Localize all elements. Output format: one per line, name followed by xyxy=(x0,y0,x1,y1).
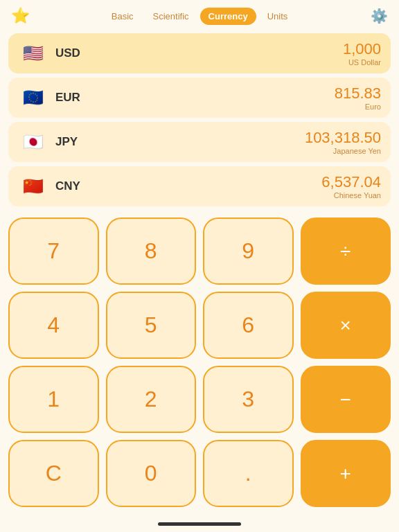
tab-currency[interactable]: Currency xyxy=(200,8,256,25)
key-op[interactable]: . xyxy=(203,440,294,507)
currency-name-usd: US Dollar xyxy=(343,58,381,66)
currency-value-cny: 6,537.04 xyxy=(321,173,381,191)
currency-name-cny: Chinese Yuan xyxy=(321,191,381,200)
keypad: 789÷456×123−C0.+ xyxy=(0,211,399,518)
key-8[interactable]: 8 xyxy=(106,218,197,285)
key-7[interactable]: 7 xyxy=(8,218,99,285)
key-9[interactable]: 9 xyxy=(203,218,294,285)
settings-icon[interactable]: ⚙️ xyxy=(363,8,388,24)
flag-eur: 🇪🇺 xyxy=(18,87,48,108)
key-1[interactable]: 1 xyxy=(8,366,99,433)
key-C[interactable]: C xyxy=(8,440,99,507)
currency-row-jpy[interactable]: 🇯🇵 JPY 103,318.50 Japanese Yen xyxy=(8,122,391,162)
currency-left-usd: 🇺🇸 USD xyxy=(18,43,80,64)
currency-list: 🇺🇸 USD 1,000 US Dollar 🇪🇺 EUR 815.83 Eur… xyxy=(0,29,399,211)
flag-jpy: 🇯🇵 xyxy=(18,132,48,152)
key-op[interactable]: × xyxy=(301,292,391,359)
currency-right-eur: 815.83 Euro xyxy=(335,85,381,111)
currency-right-cny: 6,537.04 Chinese Yuan xyxy=(321,173,381,200)
currency-right-jpy: 103,318.50 Japanese Yen xyxy=(305,129,381,155)
currency-code-usd: USD xyxy=(55,46,80,60)
currency-code-jpy: JPY xyxy=(55,135,78,149)
key-2[interactable]: 2 xyxy=(106,366,197,433)
key-op[interactable]: ÷ xyxy=(301,218,391,285)
currency-code-eur: EUR xyxy=(55,91,80,105)
key-op[interactable]: + xyxy=(301,440,391,507)
currency-name-eur: Euro xyxy=(335,103,381,111)
currency-left-cny: 🇨🇳 CNY xyxy=(18,176,80,197)
tab-units[interactable]: Units xyxy=(259,8,296,25)
flag-usd: 🇺🇸 xyxy=(18,43,48,64)
currency-right-usd: 1,000 US Dollar xyxy=(343,40,381,66)
tab-basic[interactable]: Basic xyxy=(103,8,142,25)
tab-scientific[interactable]: Scientific xyxy=(145,8,197,25)
currency-row-usd[interactable]: 🇺🇸 USD 1,000 US Dollar xyxy=(8,33,391,73)
currency-left-jpy: 🇯🇵 JPY xyxy=(18,132,78,152)
tab-bar: Basic Scientific Currency Units xyxy=(103,8,296,25)
currency-row-eur[interactable]: 🇪🇺 EUR 815.83 Euro xyxy=(8,78,391,118)
currency-value-usd: 1,000 xyxy=(343,40,381,58)
currency-code-cny: CNY xyxy=(55,179,80,193)
currency-row-cny[interactable]: 🇨🇳 CNY 6,537.04 Chinese Yuan xyxy=(8,166,391,206)
flag-cny: 🇨🇳 xyxy=(18,176,48,197)
currency-left-eur: 🇪🇺 EUR xyxy=(18,87,80,108)
currency-value-eur: 815.83 xyxy=(335,85,381,103)
key-3[interactable]: 3 xyxy=(203,366,294,433)
header: ⭐ Basic Scientific Currency Units ⚙️ xyxy=(0,0,399,29)
key-4[interactable]: 4 xyxy=(8,292,99,359)
home-indicator xyxy=(0,518,399,532)
star-icon[interactable]: ⭐ xyxy=(11,7,30,24)
home-bar xyxy=(158,522,241,526)
key-5[interactable]: 5 xyxy=(106,292,197,359)
key-op[interactable]: − xyxy=(301,366,391,433)
key-0[interactable]: 0 xyxy=(106,440,197,507)
star-icon-container[interactable]: ⭐ xyxy=(11,7,36,25)
key-6[interactable]: 6 xyxy=(203,292,294,359)
currency-value-jpy: 103,318.50 xyxy=(305,129,381,147)
currency-name-jpy: Japanese Yen xyxy=(305,147,381,155)
